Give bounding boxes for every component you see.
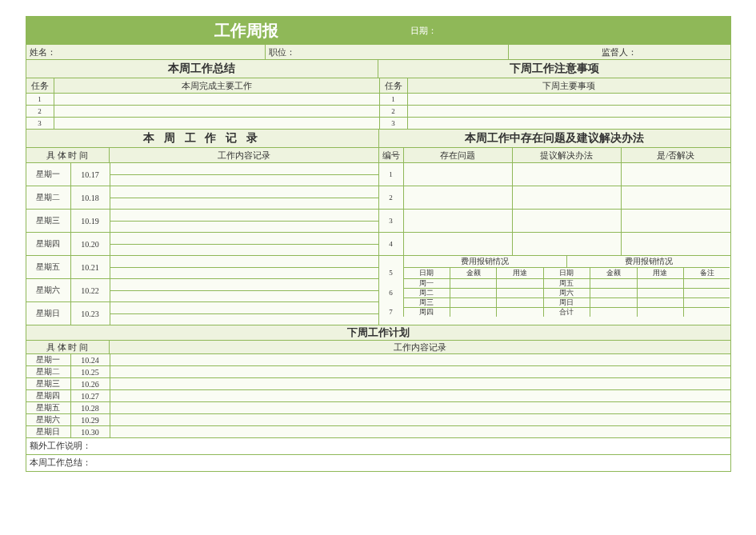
day: 星期三 — [26, 210, 71, 232]
plan-wed: 星期三10.26 — [26, 378, 730, 390]
problem-row-2: 2 — [379, 186, 730, 210]
problem-label: 存在问题 — [404, 148, 513, 162]
records-titles: 本 周 工 作 记 录 本周工作中存在问题及建议解决办法 — [26, 130, 730, 148]
weekly-report: 工作周报 日期： 姓名： 职位： 监督人： 本周工作总结 下周工作注意事项 任务… — [26, 16, 731, 472]
day: 星期日 — [26, 302, 71, 325]
task-body[interactable] — [408, 106, 730, 117]
title-row: 工作周报 日期： — [26, 17, 730, 45]
exp-row-3: 周三周日 — [379, 297, 730, 307]
info-row: 姓名： 职位： 监督人： — [26, 45, 730, 60]
log-thu: 星期四10.20 — [26, 233, 378, 256]
task-label-left: 任务 — [26, 78, 54, 93]
left-sub: 本周完成主要工作 — [54, 78, 380, 93]
expense-head: 5 日期 金额 用途 日期 金额 用途 备注 — [379, 267, 730, 278]
day: 星期一 — [26, 163, 71, 186]
task-body[interactable] — [408, 118, 730, 129]
task-body[interactable] — [54, 118, 380, 129]
plan-sun: 星期日10.30 — [26, 426, 730, 438]
task-num: 2 — [26, 106, 54, 117]
records-body: 具 体 时 间 工作内容记录 星期一10.17 星期二10.18 星期三10.1… — [26, 148, 730, 325]
day: 星期二 — [26, 186, 71, 209]
content-label: 工作内容记录 — [110, 148, 378, 162]
num-label: 编号 — [379, 148, 404, 162]
log-sat: 星期六10.22 — [26, 279, 378, 302]
exp-row-1: 周一周五 — [379, 278, 730, 288]
task-num: 3 — [380, 118, 408, 129]
date-label: 日期： — [402, 25, 730, 37]
extra-work-note[interactable]: 额外工作说明： — [26, 438, 730, 455]
date: 10.19 — [71, 210, 110, 232]
date: 10.22 — [71, 279, 110, 301]
records-right-title: 本周工作中存在问题及建议解决办法 — [379, 130, 730, 147]
problem-head: 编号 存在问题 提议解决办法 是/否解决 — [379, 148, 730, 163]
plan-fri: 星期五10.28 — [26, 402, 730, 414]
day: 星期四 — [26, 233, 71, 255]
problem-row-1: 1 — [379, 163, 730, 186]
plan-title: 下周工作计划 — [26, 325, 730, 341]
task-body[interactable] — [408, 94, 730, 105]
expense-title-left: 费用报销情况 — [404, 256, 568, 267]
plan-tue: 星期二10.25 — [26, 366, 730, 378]
task-row-2: 2 2 — [26, 106, 730, 118]
right-sub: 下周主要事项 — [408, 78, 730, 93]
summary-subhead: 任务 本周完成主要工作 任务 下周主要事项 — [26, 78, 730, 94]
plan-time-label: 具 体 时 间 — [26, 341, 110, 353]
resolved-label: 是/否解决 — [622, 148, 730, 162]
day: 星期五 — [26, 256, 71, 278]
date: 10.21 — [71, 256, 110, 278]
problem-row-3: 3 — [379, 210, 730, 233]
time-label: 具 体 时 间 — [26, 148, 110, 162]
exp-row-2: 6周二周六 — [379, 288, 730, 297]
weekly-log: 具 体 时 间 工作内容记录 星期一10.17 星期二10.18 星期三10.1… — [26, 148, 379, 325]
task-num: 3 — [26, 118, 54, 129]
name-label: 姓名： — [26, 45, 266, 59]
page-title: 工作周报 — [26, 20, 402, 42]
plan-mon: 星期一10.24 — [26, 354, 730, 366]
plan-head: 具 体 时 间 工作内容记录 — [26, 341, 730, 354]
problems-expenses: 编号 存在问题 提议解决办法 是/否解决 1 2 3 4 费用报销情况 费用报销… — [379, 148, 730, 325]
log-wed: 星期三10.19 — [26, 210, 378, 233]
day: 星期六 — [26, 279, 71, 301]
task-body[interactable] — [54, 106, 380, 117]
log-head: 具 体 时 间 工作内容记录 — [26, 148, 378, 163]
plan-thu: 星期四10.27 — [26, 390, 730, 402]
summary-titles: 本周工作总结 下周工作注意事项 — [26, 60, 730, 78]
log-tue: 星期二10.18 — [26, 186, 378, 210]
log-fri: 星期五10.21 — [26, 256, 378, 279]
task-num: 1 — [380, 94, 408, 105]
expense-block: 费用报销情况 费用报销情况 5 日期 金额 用途 日期 金额 用途 备注 周一周… — [379, 256, 730, 317]
plan-content-label: 工作内容记录 — [110, 341, 730, 353]
summary-left-title: 本周工作总结 — [26, 60, 379, 78]
records-left-title: 本 周 工 作 记 录 — [26, 130, 379, 147]
problem-row-4: 4 — [379, 233, 730, 256]
position-label: 职位： — [266, 45, 509, 59]
expense-title-row: 费用报销情况 费用报销情况 — [379, 256, 730, 267]
log-mon: 星期一10.17 — [26, 163, 378, 186]
task-body[interactable] — [54, 94, 380, 105]
log-sun: 星期日10.23 — [26, 302, 378, 325]
weekly-summary-note[interactable]: 本周工作总结： — [26, 455, 730, 471]
supervisor-label: 监督人： — [509, 45, 730, 59]
task-row-3: 3 3 — [26, 118, 730, 130]
plan-sat: 星期六10.29 — [26, 414, 730, 426]
task-label-right: 任务 — [380, 78, 408, 93]
exp-row-4: 7周四合计 — [379, 307, 730, 317]
date: 10.18 — [71, 186, 110, 209]
date: 10.20 — [71, 233, 110, 255]
task-num: 2 — [380, 106, 408, 117]
expense-title-right: 费用报销情况 — [567, 256, 730, 267]
suggest-label: 提议解决办法 — [513, 148, 622, 162]
task-num: 1 — [26, 94, 54, 105]
date: 10.23 — [71, 302, 110, 325]
task-row-1: 1 1 — [26, 94, 730, 106]
summary-right-title: 下周工作注意事项 — [378, 60, 730, 78]
date: 10.17 — [71, 163, 110, 186]
